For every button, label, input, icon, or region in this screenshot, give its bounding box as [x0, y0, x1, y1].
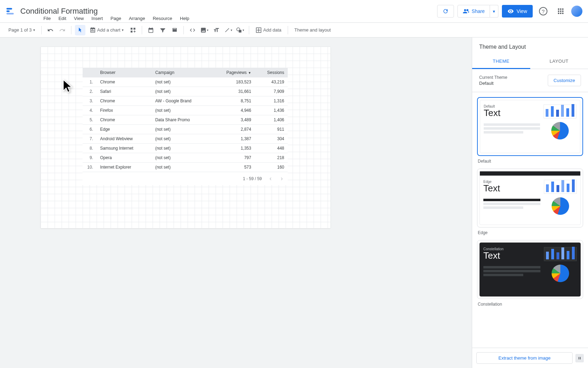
theme-preview-text: Text — [483, 183, 540, 194]
cell-sessions: 43,219 — [255, 77, 288, 87]
refresh-button[interactable] — [437, 5, 454, 18]
theme-card-edge[interactable]: Edge Text — [477, 169, 583, 227]
cell-pageviews: 2,874 — [211, 125, 255, 134]
header-bar: Conditional Formatting File Edit View In… — [0, 0, 588, 23]
cell-index: 3. — [83, 96, 97, 106]
menu-arrange[interactable]: Arrange — [125, 14, 148, 22]
table-row[interactable]: 8. Samsung Internet (not set) 1,353 448 — [83, 144, 288, 153]
table-row[interactable]: 10. Internet Explorer (not set) 573 160 — [83, 163, 288, 172]
cell-campaign: (not set) — [152, 125, 211, 134]
add-data-button[interactable]: Add data — [253, 25, 284, 35]
app-logo-icon — [6, 6, 15, 16]
cell-browser: Chrome — [97, 77, 152, 87]
customize-button[interactable]: Customize — [548, 75, 581, 86]
menu-insert[interactable]: Insert — [88, 14, 106, 22]
menu-resource[interactable]: Resource — [149, 14, 176, 22]
extract-theme-button[interactable]: Extract theme from image — [476, 352, 573, 364]
cell-index: 10. — [83, 163, 97, 172]
cell-sessions: 1,436 — [255, 106, 288, 115]
cell-pageviews: 31,661 — [211, 87, 255, 96]
cell-pageviews: 1,353 — [211, 144, 255, 153]
col-sessions[interactable]: Sessions — [255, 68, 288, 77]
cell-browser: Android Webview — [97, 134, 152, 144]
menu-help[interactable]: Help — [176, 14, 193, 22]
share-button[interactable]: Share — [457, 5, 490, 18]
report-canvas[interactable]: Browser Campaign Pageviews▼ Sessions 1. … — [41, 47, 330, 228]
select-tool[interactable] — [75, 25, 85, 35]
shape-button[interactable]: ▾ — [235, 25, 245, 35]
table-row[interactable]: 4. Firefox (not set) 4,946 1,436 — [83, 106, 288, 115]
page-indicator[interactable]: Page 1 of 3▾ — [6, 25, 38, 35]
table-row[interactable]: 7. Android Webview (not set) 1,387 304 — [83, 134, 288, 144]
table-row[interactable]: 1. Chrome (not set) 183,523 43,219 — [83, 77, 288, 87]
cell-browser: Edge — [97, 125, 152, 134]
prev-page-button[interactable]: ‹ — [268, 175, 273, 182]
share-label: Share — [472, 8, 485, 14]
cell-campaign: (not set) — [152, 87, 211, 96]
svg-rect-7 — [239, 30, 241, 33]
url-embed-button[interactable] — [187, 25, 198, 35]
cell-browser: Internet Explorer — [97, 163, 152, 172]
cell-browser: Samsung Internet — [97, 144, 152, 153]
cell-campaign: AW - Google Brand — [152, 96, 211, 106]
image-button[interactable]: ▾ — [199, 25, 210, 35]
current-theme-section: Current Theme Default Customize — [472, 69, 588, 92]
cell-sessions: 1,316 — [255, 96, 288, 106]
cursor-icon — [62, 79, 74, 95]
theme-layout-button[interactable]: Theme and layout — [292, 25, 334, 35]
cell-index: 1. — [83, 77, 97, 87]
cell-browser: Firefox — [97, 106, 152, 115]
user-avatar[interactable] — [571, 6, 582, 17]
cell-campaign: (not set) — [152, 77, 211, 87]
menu-page[interactable]: Page — [107, 14, 125, 22]
cell-sessions: 7,909 — [255, 87, 288, 96]
help-button[interactable]: ? — [536, 4, 550, 18]
col-campaign[interactable]: Campaign — [152, 68, 211, 77]
table-header-row: Browser Campaign Pageviews▼ Sessions — [83, 68, 288, 77]
svg-rect-3 — [131, 28, 132, 29]
apps-button[interactable] — [554, 4, 568, 18]
cell-sessions: 1,406 — [255, 115, 288, 125]
filter-button[interactable] — [158, 25, 168, 35]
community-viz-button[interactable] — [128, 25, 138, 35]
pause-button[interactable] — [575, 354, 584, 362]
menu-file[interactable]: File — [40, 14, 54, 22]
col-browser[interactable]: Browser — [97, 68, 152, 77]
view-button[interactable]: View — [502, 5, 533, 18]
canvas-area[interactable]: Browser Campaign Pageviews▼ Sessions 1. … — [0, 38, 472, 368]
cell-index: 4. — [83, 106, 97, 115]
theme-list[interactable]: Default Text Default Edge Text — [472, 92, 588, 348]
panel-tabs: THEME LAYOUT — [472, 54, 588, 69]
cell-pageviews: 4,946 — [211, 106, 255, 115]
table-row[interactable]: 2. Safari (not set) 31,661 7,909 — [83, 87, 288, 96]
table-row[interactable]: 9. Opera (not set) 797 218 — [83, 153, 288, 163]
col-index[interactable] — [83, 68, 97, 77]
redo-button[interactable] — [57, 25, 68, 35]
cell-campaign: (not set) — [152, 163, 211, 172]
share-dropdown[interactable]: ▾ — [490, 5, 498, 18]
cell-pageviews: 3,489 — [211, 115, 255, 125]
theme-card-constellation[interactable]: Constellation Text — [477, 240, 583, 299]
next-page-button[interactable]: › — [279, 175, 284, 182]
cell-browser: Chrome — [97, 115, 152, 125]
table-row[interactable]: 6. Edge (not set) 2,874 911 — [83, 125, 288, 134]
table-row[interactable]: 5. Chrome Data Share Promo 3,489 1,406 — [83, 115, 288, 125]
date-range-button[interactable] — [146, 25, 156, 35]
col-pageviews[interactable]: Pageviews▼ — [211, 68, 255, 77]
svg-rect-4 — [134, 28, 135, 29]
undo-button[interactable] — [45, 25, 56, 35]
tab-layout[interactable]: LAYOUT — [530, 54, 588, 69]
tab-theme[interactable]: THEME — [472, 54, 530, 69]
line-button[interactable]: ▾ — [223, 25, 233, 35]
theme-card-default[interactable]: Default Text — [477, 97, 583, 156]
data-control-button[interactable] — [169, 25, 180, 35]
table-row[interactable]: 3. Chrome AW - Google Brand 8,751 1,316 — [83, 96, 288, 106]
text-button[interactable] — [211, 25, 222, 35]
cell-sessions: 218 — [255, 153, 288, 163]
add-chart-button[interactable]: Add a chart▾ — [87, 25, 127, 35]
menu-edit[interactable]: Edit — [55, 14, 70, 22]
data-table[interactable]: Browser Campaign Pageviews▼ Sessions 1. … — [83, 68, 288, 185]
menu-view[interactable]: View — [70, 14, 87, 22]
svg-rect-0 — [6, 8, 12, 10]
theme-preview-text: Text — [483, 250, 540, 261]
